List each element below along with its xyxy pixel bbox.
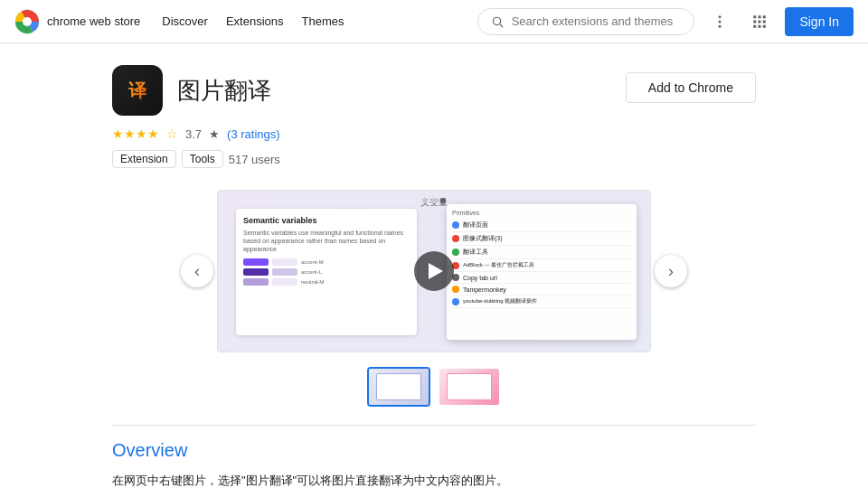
add-to-chrome-button[interactable]: Add to Chrome bbox=[626, 72, 756, 103]
svg-rect-11 bbox=[754, 20, 757, 23]
tags-row: Extension Tools 517 users bbox=[112, 150, 756, 168]
dot-1[interactable] bbox=[422, 198, 428, 203]
play-button[interactable] bbox=[414, 251, 454, 291]
header-right: Sign In bbox=[477, 7, 854, 36]
half-star: ☆ bbox=[166, 127, 178, 141]
extension-icon: 译 bbox=[112, 65, 163, 116]
extension-meta: ★★★★☆ 3.7 ★ (3 ratings) bbox=[112, 127, 756, 141]
thumbnails bbox=[112, 367, 756, 407]
overview-section: Overview 在网页中右键图片，选择"图片翻译"可以将图片直接翻译为中文内容… bbox=[112, 440, 756, 488]
thumbnail-1[interactable] bbox=[367, 367, 430, 407]
semantic-desc: Semantic variables use meaningful and fu… bbox=[243, 229, 410, 253]
rating-stars: ★★★★ bbox=[112, 127, 159, 141]
users-count: 517 users bbox=[229, 153, 280, 166]
carousel-right-panel: Primitives 翻译页面 图像式翻译(3) 翻译工具 bbox=[447, 204, 637, 340]
svg-rect-9 bbox=[759, 15, 761, 18]
ratings-link[interactable]: (3 ratings) bbox=[227, 127, 280, 141]
semantic-title: Semantic variables bbox=[243, 216, 410, 225]
more-options-button[interactable] bbox=[705, 7, 734, 36]
dot-2[interactable] bbox=[431, 198, 437, 203]
nav-extensions[interactable]: Extensions bbox=[226, 11, 284, 32]
chrome-logo-icon bbox=[14, 9, 40, 34]
carousel-main: 义变量 Semantic variables Semantic variable… bbox=[217, 190, 651, 352]
search-icon bbox=[491, 14, 504, 29]
svg-rect-8 bbox=[754, 15, 757, 18]
carousel-next-button[interactable]: › bbox=[655, 255, 687, 287]
svg-rect-14 bbox=[754, 24, 757, 27]
more-vert-icon bbox=[712, 14, 728, 30]
search-box[interactable] bbox=[477, 8, 694, 35]
color-swatches: accent-M accent-L neutral-M bbox=[243, 258, 410, 286]
menu-item-6: Tampermonkey bbox=[452, 284, 631, 296]
rating-value: 3.7 bbox=[185, 127, 202, 141]
divider-1 bbox=[112, 425, 756, 426]
thumbnail-2[interactable] bbox=[438, 367, 501, 407]
dot-3[interactable] bbox=[440, 198, 446, 203]
menu-item-4: AdBlock — 最佳广告拦截工具 bbox=[452, 259, 631, 272]
svg-point-3 bbox=[494, 17, 501, 24]
sign-in-button[interactable]: Sign In bbox=[785, 7, 854, 36]
carousel: ‹ 义变量 Semantic variables Semantic variab… bbox=[112, 190, 756, 352]
nav-themes[interactable]: Themes bbox=[302, 11, 344, 32]
tag-tools: Tools bbox=[182, 150, 223, 168]
menu-item-7: youtube-dubbing 视频翻译插件 bbox=[452, 296, 631, 308]
carousel-left-panel: Semantic variables Semantic variables us… bbox=[236, 209, 417, 335]
main-content: 译 图片翻译 Add to Chrome ★★★★☆ 3.7 ★ (3 rati… bbox=[90, 43, 778, 488]
svg-point-7 bbox=[719, 24, 722, 27]
svg-point-2 bbox=[23, 17, 32, 26]
overview-title: Overview bbox=[112, 440, 756, 461]
search-input[interactable] bbox=[512, 14, 682, 28]
nav-discover[interactable]: Discover bbox=[162, 11, 208, 32]
logo[interactable]: chrome web store bbox=[14, 9, 140, 34]
apps-icon bbox=[751, 14, 768, 30]
svg-rect-10 bbox=[763, 15, 766, 18]
svg-rect-12 bbox=[759, 20, 761, 23]
carousel-bg: 义变量 Semantic variables Semantic variable… bbox=[218, 191, 650, 352]
apps-button[interactable] bbox=[745, 7, 774, 36]
header: chrome web store Discover Extensions The… bbox=[0, 0, 868, 43]
play-icon bbox=[429, 263, 443, 279]
menu-item-1: 翻译页面 bbox=[452, 219, 631, 232]
carousel-dots bbox=[422, 198, 446, 203]
overview-text-1: 在网页中右键图片，选择"图片翻译"可以将图片直接翻译为中文内容的图片。 bbox=[112, 472, 756, 488]
svg-line-4 bbox=[500, 23, 503, 26]
tag-extension: Extension bbox=[112, 150, 176, 168]
svg-point-6 bbox=[719, 20, 722, 23]
svg-rect-13 bbox=[763, 20, 766, 23]
main-nav: Discover Extensions Themes bbox=[162, 11, 456, 32]
svg-point-5 bbox=[719, 15, 722, 18]
menu-item-2: 图像式翻译(3) bbox=[452, 232, 631, 246]
logo-text: chrome web store bbox=[47, 14, 140, 28]
carousel-prev-button[interactable]: ‹ bbox=[181, 255, 213, 287]
menu-item-5: Copy tab url bbox=[452, 272, 631, 284]
svg-rect-15 bbox=[759, 24, 761, 27]
extension-title: 图片翻译 bbox=[177, 75, 271, 107]
svg-rect-16 bbox=[763, 24, 766, 27]
menu-item-3: 翻译工具 bbox=[452, 246, 631, 259]
